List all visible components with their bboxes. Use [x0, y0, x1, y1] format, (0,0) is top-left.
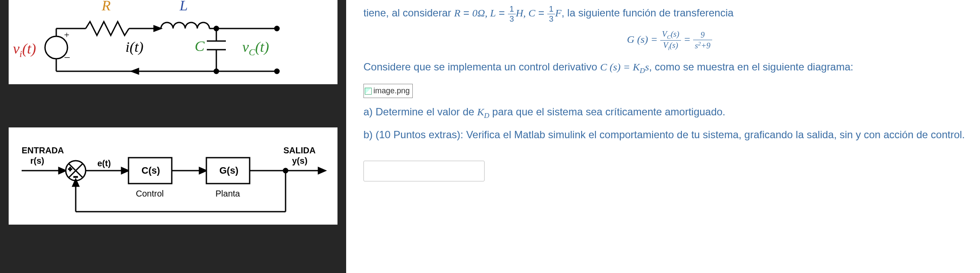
question-a: a) Determine el valor de KD para que el …	[363, 104, 976, 121]
svg-marker-17	[132, 69, 138, 74]
answer-input[interactable]	[363, 161, 485, 181]
svg-point-14	[214, 69, 218, 73]
label-rs: r(s)	[30, 156, 44, 165]
broken-image-icon	[365, 88, 372, 95]
svg-point-13	[214, 26, 218, 31]
svg-marker-4	[154, 26, 161, 31]
block-diagram: + − ENTRADA r(s)	[9, 127, 337, 225]
rlc-circuit-diagram: + − R L vi(t) i(t) C vC(t)	[9, 0, 337, 84]
label-R: R	[101, 0, 111, 13]
svg-point-15	[275, 26, 279, 31]
question-panel: tiene, al considerar R = 0Ω, L = 13H, C …	[346, 0, 980, 273]
svg-text:−: −	[64, 51, 71, 64]
label-vi: vi(t)	[13, 41, 36, 59]
left-panel: + − R L vi(t) i(t) C vC(t)	[0, 0, 346, 273]
label-vc: vC(t)	[242, 39, 269, 57]
svg-marker-28	[122, 168, 129, 174]
label-cs: C(s)	[141, 165, 160, 176]
intro-line: tiene, al considerar R = 0Ω, L = 13H, C …	[363, 4, 976, 23]
question-b: b) (10 Puntos extras): Verifica el Matla…	[363, 127, 976, 143]
broken-image-placeholder: image.png	[363, 84, 413, 98]
consider-line: Considere que se implementa un control d…	[363, 59, 976, 76]
label-entrada: ENTRADA	[22, 146, 64, 155]
label-gs: G(s)	[219, 165, 238, 176]
svg-marker-21	[59, 168, 66, 174]
label-control: Control	[136, 189, 164, 198]
label-salida: SALIDA	[283, 146, 315, 155]
label-planta: Planta	[215, 189, 241, 198]
label-it: i(t)	[125, 39, 144, 55]
label-L: L	[179, 0, 188, 13]
label-C: C	[195, 38, 205, 54]
svg-point-16	[275, 69, 279, 73]
svg-text:+: +	[64, 29, 69, 40]
svg-marker-31	[199, 168, 206, 174]
transfer-function-equation: G (s) = VC(s) Vi(s) = 9 s2+9	[363, 29, 976, 51]
label-ys: y(s)	[292, 156, 308, 165]
svg-marker-34	[318, 168, 325, 174]
svg-point-39	[283, 168, 288, 173]
svg-text:+: +	[68, 165, 72, 172]
label-et: e(t)	[97, 159, 111, 168]
